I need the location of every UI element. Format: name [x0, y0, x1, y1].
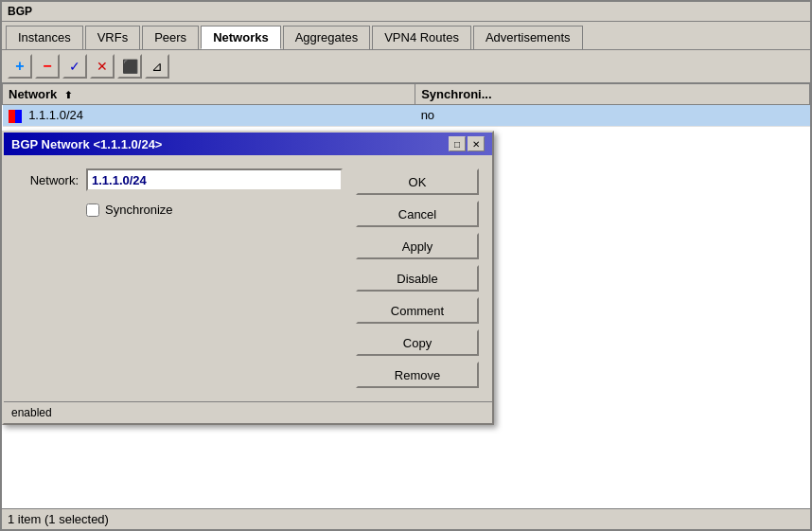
- delete-button[interactable]: −: [35, 54, 60, 79]
- filter-button[interactable]: ⊿: [145, 54, 169, 79]
- dialog-title-text: BGP Network <1.1.1.0/24>: [11, 137, 162, 151]
- copy-button[interactable]: ⬛: [117, 54, 142, 79]
- cross-button[interactable]: ✕: [90, 54, 115, 79]
- col-network: Network ⬆: [3, 84, 415, 105]
- toolbar: + − ✓ ✕ ⬛ ⊿: [2, 50, 810, 83]
- dialog-form: Network: Synchronize: [17, 168, 343, 388]
- window-title: BGP: [2, 2, 810, 22]
- dialog-title-buttons: □ ✕: [449, 136, 485, 151]
- table-row[interactable]: 1.1.1.0/24 no: [3, 105, 810, 127]
- synchronize-label: Synchronize: [105, 203, 173, 217]
- tab-instances[interactable]: Instances: [6, 26, 83, 49]
- tab-vrfs[interactable]: VRFs: [85, 26, 141, 49]
- dialog-content: Network: Synchronize OK Cancel Apply Dis…: [4, 155, 492, 401]
- remove-button[interactable]: Remove: [356, 362, 479, 388]
- synchronize-checkbox[interactable]: [86, 204, 99, 217]
- apply-button[interactable]: Apply: [356, 233, 479, 259]
- tab-peers[interactable]: Peers: [142, 26, 199, 49]
- cancel-button[interactable]: Cancel: [356, 201, 479, 227]
- tab-advertisements[interactable]: Advertisements: [473, 26, 583, 49]
- copy-dialog-button[interactable]: Copy: [356, 329, 479, 356]
- dialog-status: enabled: [4, 401, 492, 423]
- synchronize-row: Synchronize: [86, 203, 343, 217]
- networks-table: Network ⬆ Synchroni... 1.1.1.0/24: [2, 83, 810, 127]
- count-text: 1 item (1 selected): [8, 512, 109, 526]
- dialog-close-button[interactable]: ✕: [468, 136, 485, 151]
- disable-button[interactable]: Disable: [356, 265, 479, 292]
- tab-vpn4-routes[interactable]: VPN4 Routes: [372, 26, 471, 49]
- bgp-network-dialog: BGP Network <1.1.1.0/24> □ ✕ Network:: [2, 131, 494, 425]
- dialog-buttons: OK Cancel Apply Disable Comment Copy Rem…: [356, 168, 479, 388]
- count-bar: 1 item (1 selected): [2, 508, 810, 529]
- network-field-row: Network:: [17, 168, 343, 191]
- cell-synchronize: no: [415, 105, 810, 127]
- cell-network: 1.1.1.0/24: [3, 105, 415, 127]
- ok-button[interactable]: OK: [356, 168, 479, 195]
- dialog-minimize-button[interactable]: □: [449, 136, 466, 151]
- col-synchronize: Synchroni...: [415, 84, 810, 105]
- network-label: Network:: [17, 173, 79, 187]
- network-input[interactable]: [86, 168, 343, 191]
- tab-bar: Instances VRFs Peers Networks Aggregates…: [2, 22, 810, 50]
- dialog-title-bar: BGP Network <1.1.1.0/24> □ ✕: [4, 133, 492, 155]
- add-button[interactable]: +: [8, 54, 32, 79]
- tab-networks[interactable]: Networks: [201, 26, 281, 49]
- tab-aggregates[interactable]: Aggregates: [283, 26, 371, 49]
- main-window: BGP Instances VRFs Peers Networks Aggreg…: [0, 0, 812, 531]
- comment-button[interactable]: Comment: [356, 297, 479, 324]
- check-button[interactable]: ✓: [62, 54, 87, 79]
- network-icon: [9, 110, 22, 123]
